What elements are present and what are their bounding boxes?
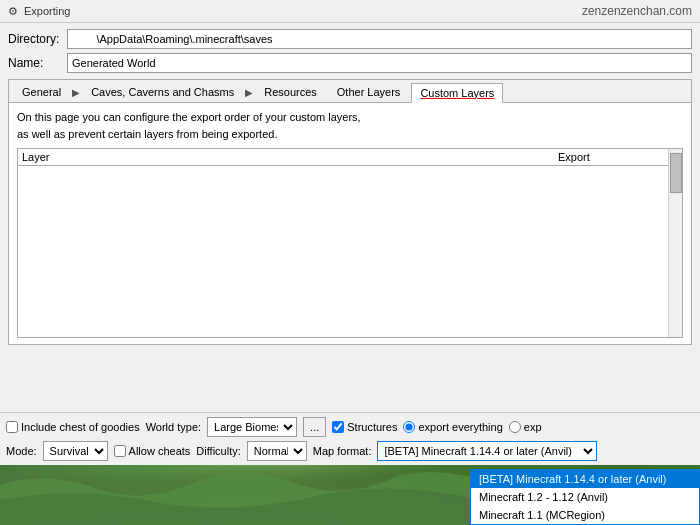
dropdown-option-2[interactable]: Minecraft 1.1 (MCRegion) (471, 506, 699, 524)
col-header-export: Export (558, 151, 678, 163)
structures-checkbox[interactable] (332, 421, 344, 433)
bottom-row2: Mode: Survival Creative Adventure Specta… (6, 441, 694, 461)
export-everything-label[interactable]: export everything (403, 421, 502, 433)
allow-cheats-label[interactable]: Allow cheats (114, 445, 191, 457)
tab-description: On this page you can configure the expor… (17, 109, 683, 142)
table-body (18, 166, 682, 326)
export-everything-radio[interactable] (403, 421, 415, 433)
allow-cheats-checkbox[interactable] (114, 445, 126, 457)
export-partial-radio[interactable] (509, 421, 521, 433)
world-type-select[interactable]: Large Biomes Default Flat Amplified (207, 417, 297, 437)
main-content: Directory: Name: General ▶ Caves, Cavern… (0, 23, 700, 351)
tab-custom[interactable]: Custom Layers (411, 83, 503, 103)
tab-resources[interactable]: Resources (255, 82, 326, 102)
directory-input[interactable] (67, 29, 692, 49)
bottom-bar: Include chest of goodies World type: Lar… (0, 412, 700, 465)
arrow-resources: ▶ (245, 87, 253, 98)
watermark: zenzenzenchan.com (582, 4, 692, 18)
layers-table: Layer Export (17, 148, 683, 338)
export-partial-label[interactable]: exp (509, 421, 542, 433)
name-label: Name: (8, 56, 63, 70)
title-bar: ⚙ Exporting zenzenzenchan.com (0, 0, 700, 23)
map-format-dropdown[interactable]: [BETA] Minecraft 1.14.4 or later (Anvil)… (470, 469, 700, 525)
dots-button[interactable]: ... (303, 417, 326, 437)
tab-general[interactable]: General (13, 82, 70, 102)
name-input[interactable] (67, 53, 692, 73)
tabs-header: General ▶ Caves, Caverns and Chasms ▶ Re… (9, 80, 691, 103)
difficulty-label: Difficulty: (196, 445, 240, 457)
title-bar-left: ⚙ Exporting (8, 5, 70, 18)
world-type-label: World type: (146, 421, 201, 433)
col-header-layer: Layer (22, 151, 558, 163)
tab-other[interactable]: Other Layers (328, 82, 410, 102)
scrollbar-thumb[interactable] (670, 153, 682, 193)
dropdown-option-0[interactable]: [BETA] Minecraft 1.14.4 or later (Anvil) (471, 470, 699, 488)
map-format-label: Map format: (313, 445, 372, 457)
title-label: Exporting (24, 5, 70, 17)
tabs-container: General ▶ Caves, Caverns and Chasms ▶ Re… (8, 79, 692, 345)
difficulty-select[interactable]: Peaceful Easy Normal Hard (247, 441, 307, 461)
include-chest-checkbox[interactable] (6, 421, 18, 433)
tab-caves[interactable]: Caves, Caverns and Chasms (82, 82, 243, 102)
map-format-select[interactable]: [BETA] Minecraft 1.14.4 or later (Anvil)… (377, 441, 597, 461)
include-chest-label[interactable]: Include chest of goodies (6, 421, 140, 433)
mode-label: Mode: (6, 445, 37, 457)
bottom-row1: Include chest of goodies World type: Lar… (6, 417, 694, 437)
mode-select[interactable]: Survival Creative Adventure Spectator (43, 441, 108, 461)
dropdown-option-1[interactable]: Minecraft 1.2 - 1.12 (Anvil) (471, 488, 699, 506)
table-scrollbar[interactable] (668, 149, 682, 337)
directory-label: Directory: (8, 32, 63, 46)
structures-label[interactable]: Structures (332, 421, 397, 433)
arrow-caves: ▶ (72, 87, 80, 98)
tab-content: On this page you can configure the expor… (9, 103, 691, 344)
name-row: Name: (8, 53, 692, 73)
directory-row: Directory: (8, 29, 692, 49)
export-icon: ⚙ (8, 5, 18, 18)
table-header: Layer Export (18, 149, 682, 166)
